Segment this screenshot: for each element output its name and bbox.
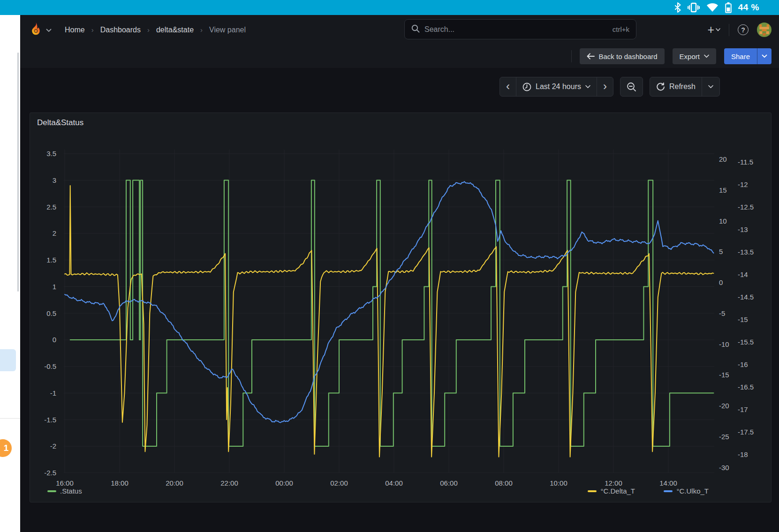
legend-label: °C.Delta_T: [600, 487, 635, 495]
breadcrumb-item[interactable]: View panel: [209, 26, 246, 34]
time-range-picker[interactable]: Last 24 hours: [516, 77, 597, 96]
axis-tick-label: 15: [719, 186, 727, 195]
bluetooth-icon: [674, 2, 681, 13]
axis-tick-label: -5: [719, 309, 725, 318]
time-controls: ‹ Last 24 hours › Refresh: [20, 76, 779, 97]
avatar[interactable]: [757, 22, 771, 37]
search-placeholder: Search...: [424, 25, 608, 34]
battery-icon: [725, 2, 732, 13]
axis-tick-label: -0.5: [30, 362, 56, 371]
divider: [729, 24, 729, 36]
axis-tick-label: -12: [738, 180, 748, 189]
axis-tick-label: 1.5: [30, 256, 56, 264]
notification-badge[interactable]: 1: [0, 439, 12, 457]
chevron-down-icon: [704, 54, 709, 58]
axis-tick-label: -25: [719, 433, 729, 441]
series-line: [65, 186, 714, 457]
legend-swatch-icon: [47, 490, 56, 492]
timeseries-chart[interactable]: [64, 150, 714, 473]
help-icon: ?: [738, 24, 749, 35]
clock-icon: [522, 82, 531, 91]
battery-percent: 44 %: [738, 2, 759, 13]
breadcrumb-item[interactable]: delta&state: [156, 26, 194, 34]
search-input[interactable]: Search... ctrl+k: [404, 19, 636, 39]
back-to-dashboard-button[interactable]: Back to dashboard: [580, 48, 665, 64]
axis-tick-label: 0: [719, 278, 723, 287]
export-button[interactable]: Export: [673, 48, 716, 64]
series-line: [65, 181, 714, 422]
timeseries-panel: Delta&Status 3.532.521.510.50-0.5-1-1.5-…: [30, 112, 771, 502]
refresh-group: Refresh: [650, 77, 720, 97]
axis-tick-label: 2.5: [30, 203, 56, 211]
chart-svg[interactable]: [64, 150, 714, 473]
breadcrumb-separator: ›: [147, 26, 150, 34]
axis-tick-label: -13.5: [738, 248, 754, 256]
axis-tick-label: 00:00: [275, 479, 293, 487]
axis-tick-label: -18: [738, 450, 748, 459]
share-split-button: Share: [724, 48, 771, 64]
axis-tick-label: -16: [738, 360, 748, 369]
arrow-left-icon: [587, 53, 595, 60]
scrollbar[interactable]: [17, 52, 19, 292]
refresh-interval-button[interactable]: [702, 77, 719, 96]
refresh-button[interactable]: Refresh: [650, 77, 702, 96]
zoom-out-group: [620, 77, 643, 97]
zoom-out-button[interactable]: [620, 77, 643, 96]
breadcrumb-separator: ›: [200, 26, 203, 34]
breadcrumb-item[interactable]: Home: [65, 26, 85, 34]
grafana-logo-icon[interactable]: [29, 22, 43, 38]
axis-tick-label: -10: [719, 340, 729, 349]
legend-item[interactable]: .Status: [47, 487, 82, 495]
axis-tick-label: -17: [738, 405, 748, 414]
axis-tick-label: -15: [738, 315, 748, 324]
help-button[interactable]: ?: [738, 24, 749, 35]
vibrate-icon: [688, 2, 700, 13]
axis-tick-label: 04:00: [385, 479, 403, 487]
add-new-button[interactable]: +: [707, 24, 720, 36]
axis-tick-label: 06:00: [440, 479, 458, 487]
axis-tick-label: 20: [719, 155, 727, 164]
axis-tick-label: 2: [30, 229, 56, 238]
axis-tick-label: -1.5: [30, 416, 56, 424]
share-options-button[interactable]: [757, 48, 771, 64]
axis-tick-label: 18:00: [111, 479, 129, 487]
search-shortcut: ctrl+k: [613, 25, 629, 33]
legend-item[interactable]: °C.Delta_T: [588, 487, 635, 495]
time-shift-forward-button[interactable]: ›: [597, 77, 613, 96]
axis-tick-label: 02:00: [330, 479, 348, 487]
axis-tick-label: -12.5: [738, 203, 754, 211]
axis-tick-label: -14: [738, 270, 748, 279]
export-label: Export: [680, 52, 700, 60]
divider: [0, 418, 20, 419]
search-icon: [411, 24, 420, 35]
axis-tick-label: -17.5: [738, 428, 754, 436]
org-switcher-chevron-icon[interactable]: [46, 26, 52, 34]
legend-label: °C.Ulko_T: [676, 487, 709, 495]
axis-tick-label: 5: [719, 247, 723, 256]
axis-tick-label: 16:00: [56, 479, 74, 487]
zoom-out-icon: [627, 82, 636, 92]
legend-swatch-icon: [664, 490, 673, 492]
share-button[interactable]: Share: [724, 48, 757, 64]
panel-toolbar: Back to dashboard Export Share: [20, 45, 779, 68]
axis-tick-label: -16.5: [738, 383, 754, 391]
share-label: Share: [731, 52, 750, 60]
time-shift-back-button[interactable]: ‹: [500, 77, 516, 96]
panel-title[interactable]: Delta&Status: [37, 118, 83, 127]
axis-tick-label: 10:00: [550, 479, 567, 487]
axis-tick-label: -30: [719, 464, 729, 472]
background-app-strip: 1: [0, 15, 20, 532]
time-range-label: Last 24 hours: [536, 82, 581, 91]
breadcrumb: Home›Dashboards›delta&state›View panel: [65, 26, 246, 34]
axis-tick-label: -1: [30, 389, 56, 397]
legend-label: .Status: [60, 487, 82, 495]
legend: .Status°C.Delta_T°C.Ulko_T: [30, 487, 772, 497]
axis-tick-label: 22:00: [220, 479, 238, 487]
legend-item[interactable]: °C.Ulko_T: [664, 487, 709, 495]
divider: [571, 50, 572, 62]
breadcrumb-item[interactable]: Dashboards: [100, 26, 141, 34]
axis-tick-label: 10: [719, 217, 727, 225]
axis-tick-label: 3: [30, 176, 56, 185]
android-status-bar: 44 %: [0, 0, 779, 15]
axis-tick-label: -11.5: [738, 158, 753, 166]
